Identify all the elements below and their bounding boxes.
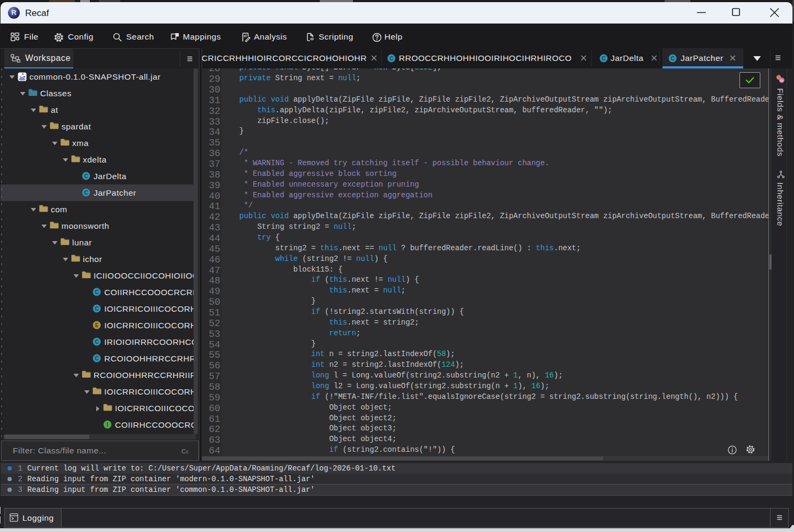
svg-text:C: C bbox=[95, 339, 98, 345]
svg-text:C: C bbox=[95, 306, 98, 312]
svg-text:C: C bbox=[84, 173, 88, 179]
svg-text:E: E bbox=[95, 322, 99, 328]
svg-text:C: C bbox=[95, 356, 98, 361]
svg-text:I: I bbox=[107, 422, 109, 428]
svg-text:m: m bbox=[780, 79, 783, 82]
svg-text:C: C bbox=[389, 56, 393, 61]
svg-text:C: C bbox=[670, 56, 674, 61]
svg-text:C: C bbox=[84, 190, 88, 196]
svg-text:C: C bbox=[95, 289, 98, 295]
svg-text:C: C bbox=[602, 56, 605, 61]
